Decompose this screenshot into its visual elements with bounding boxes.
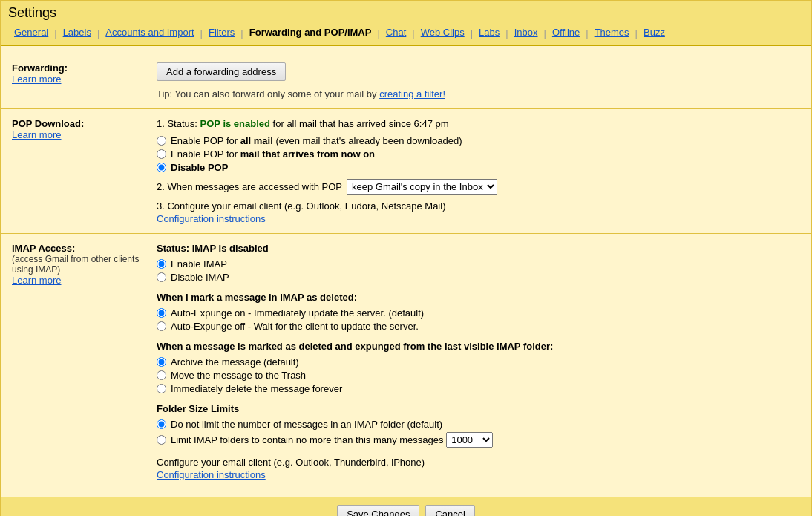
forwarding-body: Add a forwarding address Tip: You can al… [157, 62, 811, 99]
forwarding-section: Forwarding: Learn more Add a forwarding … [1, 53, 811, 109]
imap-enable-row: Enable IMAP [157, 258, 796, 270]
nav-tab-inbox[interactable]: Inbox [508, 24, 544, 45]
nav-tab-web-clips[interactable]: Web Clips [415, 24, 471, 45]
imap-disable-row: Disable IMAP [157, 272, 796, 283]
pop-section: POP Download: Learn more 1. Status: POP … [1, 109, 811, 234]
imap-configure-text: Configure your email client (e.g. Outloo… [157, 457, 796, 468]
pop-configure-text: 3. Configure your email client (e.g. Out… [157, 200, 796, 212]
folder-limit-row: Limit IMAP folders to contain no more th… [157, 432, 796, 448]
folder-limit-select[interactable]: 1000 2000 5000 10000 [446, 432, 493, 448]
folder-no-limit-row: Do not limit the number of messages in a… [157, 419, 796, 430]
creating-filter-link[interactable]: creating a filter! [379, 88, 445, 99]
pop-body: 1. Status: POP is enabled for all mail t… [157, 118, 811, 224]
folder-size-title: Folder Size Limits [157, 403, 796, 414]
imap-trash-radio[interactable] [157, 370, 166, 380]
pop-radio-row-3: Disable POP [157, 162, 796, 173]
imap-sub: (access Gmail from other clients using I… [12, 254, 149, 275]
pop-radio-row-2: Enable POP for mail that arrives from no… [157, 148, 796, 160]
imap-deleted-title: When I mark a message in IMAP as deleted… [157, 292, 796, 303]
nav-tab-themes[interactable]: Themes [589, 24, 635, 45]
imap-expunge-off-radio[interactable] [157, 321, 166, 331]
forwarding-title: Forwarding: [12, 62, 149, 74]
nav-tab-filters[interactable]: Filters [203, 24, 240, 45]
main-content: Forwarding: Learn more Add a forwarding … [1, 46, 811, 497]
pop-action-select[interactable]: keep Gmail's copy in the Inbox archive G… [347, 179, 497, 195]
imap-archive-radio[interactable] [157, 357, 166, 367]
forwarding-tip: Tip: You can also forward only some of y… [157, 88, 796, 99]
imap-expunge-off-row: Auto-Expunge off - Wait for the client t… [157, 321, 796, 332]
imap-disable-radio[interactable] [157, 272, 166, 282]
forwarding-learn-link[interactable]: Learn more [12, 74, 61, 85]
nav-tab-chat[interactable]: Chat [380, 24, 412, 45]
save-changes-button[interactable]: Save Changes [337, 505, 419, 516]
imap-learn-link[interactable]: Learn more [12, 275, 61, 286]
imap-archive-row: Archive the message (default) [157, 356, 796, 368]
nav-tab-labels[interactable]: Labels [57, 24, 97, 45]
nav-tab-buzz[interactable]: Buzz [638, 24, 671, 45]
imap-body: Status: IMAP is disabled Enable IMAP Dis… [157, 243, 811, 480]
imap-delete-row: Immediately delete the message forever [157, 383, 796, 394]
imap-delete-radio[interactable] [157, 384, 166, 393]
nav-tab-labs[interactable]: Labs [473, 24, 505, 45]
pop-status: 1. Status: POP is enabled for all mail t… [157, 118, 796, 129]
pop-all-mail-radio[interactable] [157, 136, 166, 146]
pop-config-instructions-link[interactable]: Configuration instructions [157, 213, 266, 224]
header: Settings General | Labels | Accounts and… [1, 1, 811, 46]
pop-when-row: 2. When messages are accessed with POP k… [157, 179, 796, 195]
nav-tab-offline[interactable]: Offline [546, 24, 586, 45]
page-title: Settings [8, 5, 804, 21]
pop-radio-row-1: Enable POP for all mail (even mail that'… [157, 135, 796, 146]
add-forwarding-button[interactable]: Add a forwarding address [157, 62, 286, 81]
imap-expunge-on-row: Auto-Expunge on - Immediately update the… [157, 307, 796, 319]
imap-section: IMAP Access: (access Gmail from other cl… [1, 234, 811, 489]
nav-tab-accounts-and-import[interactable]: Accounts and Import [99, 24, 200, 45]
nav-tab-general[interactable]: General [8, 24, 54, 45]
nav-tabs: General | Labels | Accounts and Import |… [8, 24, 804, 45]
pop-disable-radio[interactable] [157, 163, 166, 172]
pop-label: POP Download: Learn more [1, 118, 157, 224]
imap-trash-row: Move the message to the Trash [157, 370, 796, 381]
pop-learn-link[interactable]: Learn more [12, 129, 61, 140]
pop-radio-group: Enable POP for all mail (even mail that'… [157, 135, 796, 173]
imap-title: IMAP Access: [12, 243, 149, 254]
forwarding-label: Forwarding: Learn more [1, 62, 157, 99]
pop-enabled-text: POP is enabled [200, 118, 270, 129]
imap-config-instructions-link[interactable]: Configuration instructions [157, 469, 266, 480]
imap-expunged-title: When a message is marked as deleted and … [157, 341, 796, 352]
pop-title: POP Download: [12, 118, 149, 129]
pop-from-now-radio[interactable] [157, 149, 166, 159]
footer-bar: Save Changes Cancel [1, 497, 811, 516]
cancel-button[interactable]: Cancel [425, 505, 474, 516]
imap-expunge-on-radio[interactable] [157, 308, 166, 318]
folder-limit-radio[interactable] [157, 435, 166, 445]
imap-enable-radio[interactable] [157, 259, 166, 269]
folder-no-limit-radio[interactable] [157, 419, 166, 429]
imap-status-title: Status: IMAP is disabled [157, 243, 796, 254]
imap-label: IMAP Access: (access Gmail from other cl… [1, 243, 157, 480]
nav-tab-forwarding-and-pop/imap: Forwarding and POP/IMAP [243, 24, 378, 45]
